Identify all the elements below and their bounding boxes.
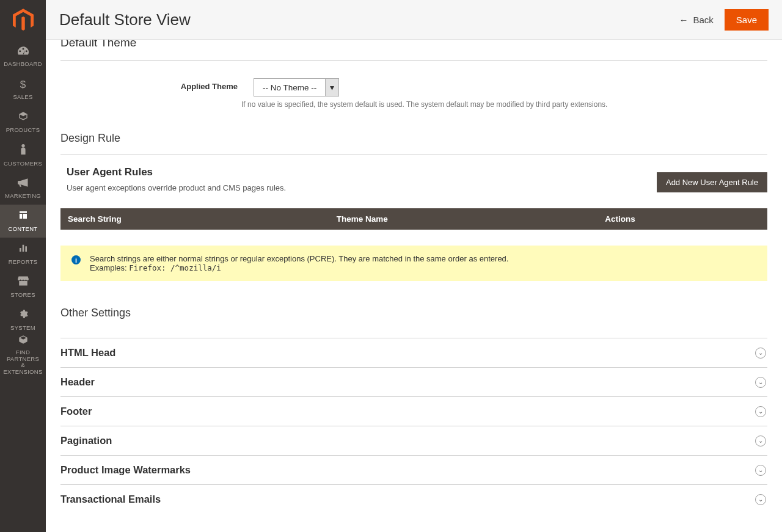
nav-label: MARKETING	[5, 192, 41, 199]
chevron-down-icon: ⌄	[755, 494, 766, 505]
sidebar-item-content[interactable]: CONTENT	[0, 205, 46, 238]
sidebar-item-customers[interactable]: CUSTOMERS	[0, 139, 46, 172]
svg-point-0	[21, 144, 24, 147]
col-actions: Actions	[597, 208, 767, 230]
sidebar-item-stores[interactable]: STORES	[0, 271, 46, 304]
accordion-label: Header	[60, 376, 95, 388]
accordion-label: Pagination	[60, 435, 112, 446]
applied-theme-field: Applied Theme -- No Theme -- ▾	[170, 78, 767, 97]
back-label: Back	[693, 15, 713, 25]
other-settings-accordion: HTML Head ⌄ Header ⌄ Footer ⌄ Pagination…	[60, 338, 767, 514]
chevron-down-icon: ▾	[325, 79, 338, 96]
magento-logo[interactable]	[0, 0, 46, 40]
user-agent-rules-header: User Agent Rules User agent exceptions o…	[60, 166, 767, 192]
user-agent-rules-heading: User Agent Rules	[67, 166, 286, 178]
info-banner: i Search strings are either normal strin…	[60, 246, 767, 281]
chart-bar-icon	[18, 243, 28, 256]
add-user-agent-rule-button[interactable]: Add New User Agent Rule	[657, 172, 767, 192]
info-line-1: Search strings are either normal strings…	[90, 254, 756, 263]
applied-theme-note: If no value is specified, the system def…	[241, 100, 767, 109]
dollar-icon: $	[20, 79, 26, 91]
accordion-label: Footer	[60, 406, 92, 417]
user-agent-rules-desc: User agent exceptions override product a…	[67, 183, 286, 192]
accordion-label: Transactional Emails	[60, 494, 161, 505]
megaphone-icon	[18, 178, 29, 190]
chevron-down-icon: ⌄	[755, 348, 766, 359]
storefront-icon	[18, 276, 29, 289]
box-icon	[18, 111, 28, 124]
accordion-footer[interactable]: Footer ⌄	[60, 397, 767, 426]
info-examples-prefix: Examples:	[90, 263, 129, 272]
accordion-label: HTML Head	[60, 347, 115, 359]
col-theme-name: Theme Name	[329, 208, 598, 230]
magento-logo-icon	[13, 9, 34, 32]
gauge-icon	[18, 46, 29, 58]
topbar: Default Store View ← Back Save	[46, 0, 782, 40]
chevron-down-icon: ⌄	[755, 435, 766, 446]
admin-sidebar: DASHBOARD $ SALES PRODUCTS CUSTOMERS MAR…	[0, 0, 46, 532]
chevron-down-icon: ⌄	[755, 406, 766, 417]
person-icon	[20, 144, 27, 158]
info-examples-code: Firefox: /^mozilla/i	[129, 263, 221, 272]
chevron-down-icon: ⌄	[755, 377, 766, 388]
accordion-html-head[interactable]: HTML Head ⌄	[60, 338, 767, 368]
sidebar-item-find-partners[interactable]: FIND PARTNERS & EXTENSIONS	[0, 337, 46, 373]
accordion-pagination[interactable]: Pagination ⌄	[60, 426, 767, 456]
puzzle-icon	[18, 335, 28, 348]
sidebar-item-marketing[interactable]: MARKETING	[0, 172, 46, 205]
nav-label: FIND PARTNERS & EXTENSIONS	[1, 349, 45, 375]
nav-label: DASHBOARD	[4, 60, 42, 67]
col-search-string: Search String	[60, 208, 329, 230]
nav-label: PRODUCTS	[6, 126, 40, 133]
applied-theme-value: -- No Theme --	[254, 79, 325, 96]
layout-icon	[18, 210, 28, 223]
section-other-settings-title: Other Settings	[60, 307, 767, 329]
user-agent-rules-table: Search String Theme Name Actions	[60, 208, 767, 230]
save-button[interactable]: Save	[725, 9, 769, 31]
applied-theme-label: Applied Theme	[170, 82, 238, 91]
info-line-2: Examples: Firefox: /^mozilla/i	[90, 263, 756, 272]
chevron-down-icon: ⌄	[755, 465, 766, 476]
gear-icon	[18, 309, 28, 322]
sidebar-item-products[interactable]: PRODUCTS	[0, 106, 46, 139]
section-design-rule-title: Design Rule	[60, 132, 767, 155]
nav-label: SALES	[13, 93, 32, 100]
nav-label: STORES	[10, 291, 35, 298]
accordion-label: Product Image Watermarks	[60, 464, 191, 476]
sidebar-item-reports[interactable]: REPORTS	[0, 238, 46, 271]
applied-theme-select[interactable]: -- No Theme -- ▾	[254, 78, 339, 97]
arrow-left-icon: ←	[679, 15, 688, 25]
section-default-theme-title: Default Theme	[60, 40, 767, 61]
accordion-header[interactable]: Header ⌄	[60, 368, 767, 397]
nav-label: SYSTEM	[10, 324, 35, 331]
back-button[interactable]: ← Back	[679, 15, 713, 25]
info-icon: i	[71, 255, 81, 264]
nav-label: CUSTOMERS	[4, 160, 42, 167]
main-area: Default Store View ← Back Save Default T…	[46, 0, 782, 532]
accordion-transactional-emails[interactable]: Transactional Emails ⌄	[60, 485, 767, 514]
accordion-product-image-watermarks[interactable]: Product Image Watermarks ⌄	[60, 456, 767, 485]
nav-label: CONTENT	[9, 225, 38, 232]
sidebar-item-sales[interactable]: $ SALES	[0, 73, 46, 106]
sidebar-item-system[interactable]: SYSTEM	[0, 304, 46, 337]
content-scroll[interactable]: Default Theme Applied Theme -- No Theme …	[46, 40, 782, 532]
page-title: Default Store View	[59, 10, 191, 29]
nav-label: REPORTS	[9, 258, 38, 265]
sidebar-item-dashboard[interactable]: DASHBOARD	[0, 40, 46, 73]
